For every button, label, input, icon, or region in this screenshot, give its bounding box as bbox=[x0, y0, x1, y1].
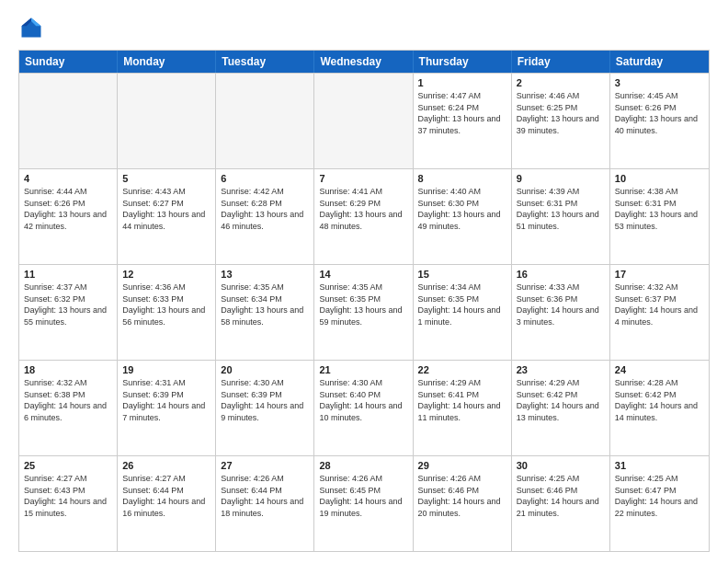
day-cell-13: 13Sunrise: 4:35 AM Sunset: 6:34 PM Dayli… bbox=[216, 265, 314, 360]
day-cell-25: 25Sunrise: 4:27 AM Sunset: 6:43 PM Dayli… bbox=[19, 456, 118, 551]
day-number: 11 bbox=[24, 269, 112, 280]
day-cell-4: 4Sunrise: 4:44 AM Sunset: 6:26 PM Daylig… bbox=[19, 169, 118, 264]
day-cell-14: 14Sunrise: 4:35 AM Sunset: 6:35 PM Dayli… bbox=[314, 265, 413, 360]
day-number: 21 bbox=[319, 364, 407, 375]
day-cell-24: 24Sunrise: 4:28 AM Sunset: 6:42 PM Dayli… bbox=[610, 361, 709, 455]
day-info: Sunrise: 4:33 AM Sunset: 6:36 PM Dayligh… bbox=[517, 282, 605, 327]
day-number: 25 bbox=[24, 460, 112, 471]
day-info: Sunrise: 4:26 AM Sunset: 6:46 PM Dayligh… bbox=[418, 473, 506, 519]
day-cell-23: 23Sunrise: 4:29 AM Sunset: 6:42 PM Dayli… bbox=[512, 361, 610, 455]
day-cell-19: 19Sunrise: 4:31 AM Sunset: 6:39 PM Dayli… bbox=[118, 361, 216, 455]
day-cell-31: 31Sunrise: 4:25 AM Sunset: 6:47 PM Dayli… bbox=[610, 456, 709, 551]
day-cell-30: 30Sunrise: 4:25 AM Sunset: 6:46 PM Dayli… bbox=[512, 456, 610, 551]
day-cell-2: 2Sunrise: 4:46 AM Sunset: 6:25 PM Daylig… bbox=[512, 74, 610, 168]
day-cell-7: 7Sunrise: 4:41 AM Sunset: 6:29 PM Daylig… bbox=[314, 169, 413, 264]
weekday-header-wednesday: Wednesday bbox=[314, 51, 413, 73]
day-number: 29 bbox=[418, 460, 506, 471]
day-info: Sunrise: 4:43 AM Sunset: 6:27 PM Dayligh… bbox=[122, 186, 210, 232]
day-number: 8 bbox=[418, 173, 506, 184]
day-info: Sunrise: 4:37 AM Sunset: 6:32 PM Dayligh… bbox=[24, 282, 112, 327]
empty-cell bbox=[19, 74, 118, 168]
day-number: 24 bbox=[615, 364, 704, 375]
weekday-header-monday: Monday bbox=[118, 51, 216, 73]
day-number: 12 bbox=[122, 269, 210, 280]
day-info: Sunrise: 4:25 AM Sunset: 6:47 PM Dayligh… bbox=[615, 473, 704, 519]
day-cell-29: 29Sunrise: 4:26 AM Sunset: 6:46 PM Dayli… bbox=[414, 456, 512, 551]
day-cell-1: 1Sunrise: 4:47 AM Sunset: 6:24 PM Daylig… bbox=[414, 74, 512, 168]
day-info: Sunrise: 4:46 AM Sunset: 6:25 PM Dayligh… bbox=[517, 90, 605, 136]
logo bbox=[18, 15, 48, 40]
calendar-body: 1Sunrise: 4:47 AM Sunset: 6:24 PM Daylig… bbox=[19, 73, 709, 551]
day-number: 6 bbox=[221, 173, 309, 184]
day-info: Sunrise: 4:32 AM Sunset: 6:37 PM Dayligh… bbox=[615, 282, 704, 327]
weekday-header-saturday: Saturday bbox=[610, 51, 709, 73]
calendar-row-4: 18Sunrise: 4:32 AM Sunset: 6:38 PM Dayli… bbox=[19, 360, 709, 455]
weekday-header-sunday: Sunday bbox=[19, 51, 118, 73]
day-number: 30 bbox=[517, 460, 605, 471]
day-info: Sunrise: 4:25 AM Sunset: 6:46 PM Dayligh… bbox=[517, 473, 605, 519]
day-info: Sunrise: 4:41 AM Sunset: 6:29 PM Dayligh… bbox=[319, 186, 407, 232]
day-number: 15 bbox=[418, 269, 506, 280]
day-info: Sunrise: 4:26 AM Sunset: 6:44 PM Dayligh… bbox=[221, 473, 309, 519]
day-info: Sunrise: 4:36 AM Sunset: 6:33 PM Dayligh… bbox=[122, 282, 210, 327]
day-cell-17: 17Sunrise: 4:32 AM Sunset: 6:37 PM Dayli… bbox=[610, 265, 709, 360]
day-number: 4 bbox=[24, 173, 112, 184]
calendar-row-1: 1Sunrise: 4:47 AM Sunset: 6:24 PM Daylig… bbox=[19, 73, 709, 168]
day-number: 3 bbox=[615, 77, 704, 88]
day-cell-26: 26Sunrise: 4:27 AM Sunset: 6:44 PM Dayli… bbox=[118, 456, 216, 551]
day-cell-3: 3Sunrise: 4:45 AM Sunset: 6:26 PM Daylig… bbox=[610, 74, 709, 168]
day-info: Sunrise: 4:27 AM Sunset: 6:43 PM Dayligh… bbox=[24, 473, 112, 519]
day-number: 1 bbox=[418, 77, 506, 88]
day-number: 19 bbox=[122, 364, 210, 375]
calendar-row-2: 4Sunrise: 4:44 AM Sunset: 6:26 PM Daylig… bbox=[19, 168, 709, 264]
day-number: 28 bbox=[319, 460, 407, 471]
day-info: Sunrise: 4:32 AM Sunset: 6:38 PM Dayligh… bbox=[24, 377, 112, 423]
day-cell-21: 21Sunrise: 4:30 AM Sunset: 6:40 PM Dayli… bbox=[314, 361, 413, 455]
day-info: Sunrise: 4:39 AM Sunset: 6:31 PM Dayligh… bbox=[517, 186, 605, 232]
day-cell-18: 18Sunrise: 4:32 AM Sunset: 6:38 PM Dayli… bbox=[19, 361, 118, 455]
day-number: 27 bbox=[221, 460, 309, 471]
day-number: 9 bbox=[517, 173, 605, 184]
day-info: Sunrise: 4:26 AM Sunset: 6:45 PM Dayligh… bbox=[319, 473, 407, 519]
day-cell-20: 20Sunrise: 4:30 AM Sunset: 6:39 PM Dayli… bbox=[216, 361, 314, 455]
day-number: 18 bbox=[24, 364, 112, 375]
day-number: 14 bbox=[319, 269, 407, 280]
day-cell-27: 27Sunrise: 4:26 AM Sunset: 6:44 PM Dayli… bbox=[216, 456, 314, 551]
day-info: Sunrise: 4:40 AM Sunset: 6:30 PM Dayligh… bbox=[418, 186, 506, 232]
day-cell-11: 11Sunrise: 4:37 AM Sunset: 6:32 PM Dayli… bbox=[19, 265, 118, 360]
calendar-header: SundayMondayTuesdayWednesdayThursdayFrid… bbox=[19, 51, 709, 73]
day-info: Sunrise: 4:29 AM Sunset: 6:42 PM Dayligh… bbox=[517, 377, 605, 423]
day-number: 31 bbox=[615, 460, 704, 471]
day-info: Sunrise: 4:34 AM Sunset: 6:35 PM Dayligh… bbox=[418, 282, 506, 327]
day-number: 16 bbox=[517, 269, 605, 280]
logo-icon bbox=[18, 15, 44, 40]
header bbox=[18, 15, 710, 40]
weekday-header-tuesday: Tuesday bbox=[216, 51, 314, 73]
day-cell-10: 10Sunrise: 4:38 AM Sunset: 6:31 PM Dayli… bbox=[610, 169, 709, 264]
day-number: 10 bbox=[615, 173, 704, 184]
weekday-header-thursday: Thursday bbox=[414, 51, 512, 73]
weekday-header-friday: Friday bbox=[512, 51, 610, 73]
empty-cell bbox=[216, 74, 314, 168]
day-info: Sunrise: 4:45 AM Sunset: 6:26 PM Dayligh… bbox=[615, 90, 704, 136]
empty-cell bbox=[118, 74, 216, 168]
day-info: Sunrise: 4:35 AM Sunset: 6:34 PM Dayligh… bbox=[221, 282, 309, 327]
day-cell-12: 12Sunrise: 4:36 AM Sunset: 6:33 PM Dayli… bbox=[118, 265, 216, 360]
day-cell-9: 9Sunrise: 4:39 AM Sunset: 6:31 PM Daylig… bbox=[512, 169, 610, 264]
day-info: Sunrise: 4:27 AM Sunset: 6:44 PM Dayligh… bbox=[122, 473, 210, 519]
day-cell-15: 15Sunrise: 4:34 AM Sunset: 6:35 PM Dayli… bbox=[414, 265, 512, 360]
day-number: 22 bbox=[418, 364, 506, 375]
day-number: 17 bbox=[615, 269, 704, 280]
empty-cell bbox=[314, 74, 413, 168]
day-info: Sunrise: 4:44 AM Sunset: 6:26 PM Dayligh… bbox=[24, 186, 112, 232]
day-info: Sunrise: 4:38 AM Sunset: 6:31 PM Dayligh… bbox=[615, 186, 704, 232]
day-info: Sunrise: 4:28 AM Sunset: 6:42 PM Dayligh… bbox=[615, 377, 704, 423]
day-number: 7 bbox=[319, 173, 407, 184]
day-cell-22: 22Sunrise: 4:29 AM Sunset: 6:41 PM Dayli… bbox=[414, 361, 512, 455]
page: SundayMondayTuesdayWednesdayThursdayFrid… bbox=[0, 0, 728, 563]
day-info: Sunrise: 4:30 AM Sunset: 6:40 PM Dayligh… bbox=[319, 377, 407, 423]
day-number: 20 bbox=[221, 364, 309, 375]
day-number: 5 bbox=[122, 173, 210, 184]
day-cell-8: 8Sunrise: 4:40 AM Sunset: 6:30 PM Daylig… bbox=[414, 169, 512, 264]
day-cell-28: 28Sunrise: 4:26 AM Sunset: 6:45 PM Dayli… bbox=[314, 456, 413, 551]
